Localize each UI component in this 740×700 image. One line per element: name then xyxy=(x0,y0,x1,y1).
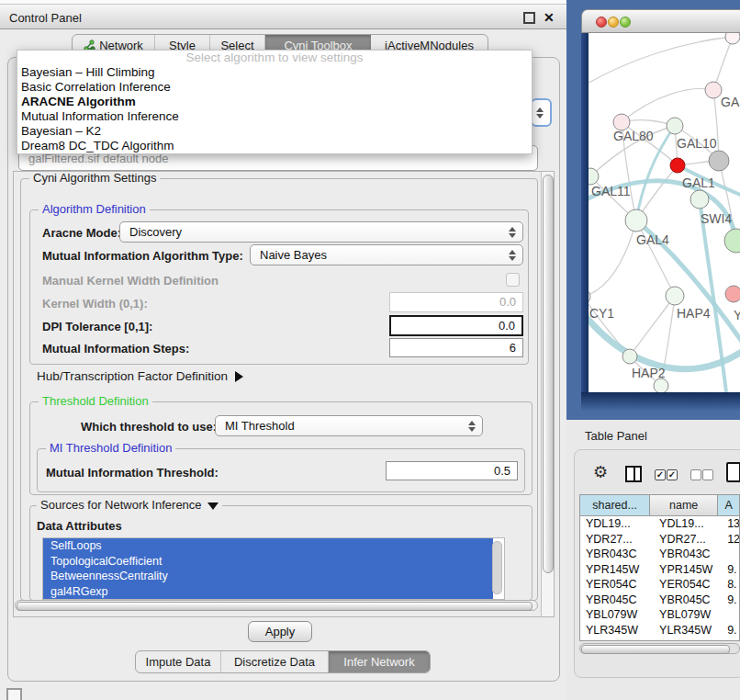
network-node[interactable] xyxy=(725,286,740,302)
network-node[interactable] xyxy=(705,82,722,98)
which-threshold-value: MI Threshold xyxy=(225,419,295,433)
network-node[interactable] xyxy=(589,289,590,304)
deselect-all-checkbox-icon[interactable] xyxy=(702,469,713,480)
float-grip-icon[interactable] xyxy=(6,688,22,700)
algorithm-option-selected[interactable]: ARACNE Algorithm xyxy=(17,95,532,109)
control-panel: Control Panel ✕ Network Style Select Cyn… xyxy=(0,0,566,700)
network-view[interactable]: GAL GAL80 GAL10 GAL1 GAL11 SWI4 GAL4 GCY… xyxy=(589,33,740,392)
window-zoom-button[interactable] xyxy=(620,17,631,28)
table-panel-title: Table Panel xyxy=(585,429,647,443)
threshold-definition-title: Threshold Definition xyxy=(39,395,152,408)
table-row[interactable]: YDL19...YDL19...13 xyxy=(580,516,739,532)
sources-group-title[interactable]: Sources for Network Inference xyxy=(37,499,222,512)
close-icon[interactable]: ✕ xyxy=(544,11,555,24)
table-row[interactable]: YPR145WYPR145W9. xyxy=(580,562,739,578)
attribute-item[interactable]: BetweennessCentrality xyxy=(43,569,493,584)
node-label: GAL10 xyxy=(677,136,717,151)
combo-stepper-icon[interactable] xyxy=(468,420,476,433)
which-threshold-label: Which threshold to use: xyxy=(81,420,217,434)
document-icon[interactable] xyxy=(726,462,740,482)
kernel-width-label: Kernel Width (0,1): xyxy=(42,297,148,310)
attribute-item[interactable]: gal4RGexp xyxy=(43,584,493,600)
attribute-item[interactable]: TopologicalCoefficient xyxy=(43,554,493,570)
algorithm-option[interactable]: Basic Correlation Inference xyxy=(17,80,532,95)
table-row-clipped[interactable]: YIL052CYIL052C9 xyxy=(580,638,739,641)
bottom-tabbar: Impute Data Discretize Data Infer Networ… xyxy=(135,650,431,673)
settings-scrollbar-thumb[interactable] xyxy=(543,175,554,573)
network-node[interactable] xyxy=(625,209,647,231)
column-header-name[interactable]: name xyxy=(650,495,718,515)
network-node[interactable] xyxy=(709,151,729,171)
tab-impute-data[interactable]: Impute Data xyxy=(136,651,221,672)
network-node-selected[interactable] xyxy=(670,158,685,173)
mi-algorithm-type-label: Mutual Information Algorithm Type: xyxy=(42,249,243,263)
kernel-width-field[interactable]: 0.0 xyxy=(389,292,523,312)
mi-steps-label: Mutual Information Steps: xyxy=(42,342,189,356)
attributes-scrollbar-thumb[interactable] xyxy=(492,541,502,594)
network-node[interactable] xyxy=(666,287,684,305)
combo-stepper-icon[interactable] xyxy=(536,107,544,119)
window-close-button[interactable] xyxy=(596,17,607,28)
settings-hscrollbar-thumb[interactable] xyxy=(17,602,533,611)
mi-threshold-field[interactable]: 0.5 xyxy=(386,461,518,480)
table-row[interactable]: YBR043CYBR043C xyxy=(580,547,739,562)
algorithm-option[interactable]: Mutual Information Inference xyxy=(17,109,532,124)
network-node[interactable] xyxy=(654,378,668,392)
table-row[interactable]: YDR27...YDR27...12 xyxy=(580,532,739,548)
mi-algorithm-type-combo[interactable]: Naive Bayes xyxy=(250,244,523,265)
attribute-item[interactable]: SelfLoops xyxy=(43,538,493,554)
select-all-checkbox-icon[interactable]: ✓ xyxy=(655,469,666,480)
popup-placeholder: Select algorithm to view settings xyxy=(17,51,532,65)
combo-stepper-icon[interactable] xyxy=(509,226,516,239)
manual-kernel-width-label: Manual Kernel Width Definition xyxy=(42,274,219,288)
control-panel-titlebar[interactable]: Control Panel ✕ xyxy=(0,4,566,29)
algorithm-dropdown-popup: Select algorithm to view settings Bayesi… xyxy=(17,50,533,154)
tab-label: Discretize Data xyxy=(234,655,315,669)
gear-icon[interactable]: ⚙ xyxy=(593,464,608,480)
data-attributes-label: Data Attributes xyxy=(37,519,122,533)
column-header-clipped[interactable]: A xyxy=(718,495,739,515)
select-all-checkbox-icon[interactable]: ✓ xyxy=(667,469,678,480)
mi-algorithm-type-value: Naive Bayes xyxy=(260,248,327,262)
which-threshold-combo[interactable]: MI Threshold xyxy=(215,415,483,436)
table-hscrollbar-thumb[interactable] xyxy=(581,645,730,654)
node-label: SWI4 xyxy=(701,211,732,226)
combo-stepper-icon[interactable] xyxy=(509,249,516,262)
manual-kernel-width-checkbox[interactable] xyxy=(506,273,520,287)
network-node[interactable] xyxy=(724,229,740,253)
aracne-mode-label: Aracne Mode: xyxy=(42,226,121,240)
tab-discretize-data[interactable]: Discretize Data xyxy=(221,651,329,672)
expand-arrow-icon[interactable] xyxy=(235,371,243,382)
tab-infer-network[interactable]: Infer Network xyxy=(329,651,430,672)
network-node[interactable] xyxy=(690,190,709,209)
network-node[interactable] xyxy=(622,349,637,364)
float-panel-icon[interactable] xyxy=(523,12,535,24)
network-node[interactable] xyxy=(725,33,740,44)
hub-definition-expander[interactable]: Hub/Transcription Factor Definition xyxy=(37,367,243,382)
network-node[interactable] xyxy=(667,118,683,134)
algorithm-option[interactable]: Bayesian – K2 xyxy=(17,124,532,139)
column-header-shared-name[interactable]: shared... xyxy=(580,495,650,515)
mi-steps-field[interactable]: 6 xyxy=(389,338,523,357)
node-label: HAP4 xyxy=(677,306,711,321)
collapse-arrow-icon[interactable] xyxy=(207,502,219,510)
window-minimize-button[interactable] xyxy=(608,17,619,28)
apply-button[interactable]: Apply xyxy=(248,621,312,642)
app-root: Control Panel ✕ Network Style Select Cyn… xyxy=(0,0,740,700)
table-panel: Table Panel ⚙ ✓ ✓ shared... name A YDL19… xyxy=(566,420,740,700)
deselect-all-checkbox-icon[interactable] xyxy=(690,469,701,480)
node-label: GAL80 xyxy=(613,129,654,143)
algorithm-option[interactable]: Bayesian – Hill Climbing xyxy=(17,65,532,80)
data-attributes-list[interactable]: SelfLoops TopologicalCoefficient Between… xyxy=(42,537,505,600)
aracne-mode-combo[interactable]: Discovery xyxy=(119,221,523,243)
table-row[interactable]: YBR045CYBR045C9. xyxy=(580,593,739,608)
algorithm-combo-fragment[interactable] xyxy=(531,98,552,127)
algorithm-option[interactable]: Dream8 DC_TDC Algorithm xyxy=(17,139,532,153)
table-row[interactable]: YBL079WYBL079W xyxy=(580,607,739,623)
dpi-tolerance-field[interactable]: 0.0 xyxy=(389,315,523,336)
split-columns-icon[interactable] xyxy=(625,466,642,482)
network-window-shadow xyxy=(581,392,740,412)
table-row[interactable]: YLR345WYLR345W9. xyxy=(580,623,739,638)
table-row[interactable]: YER054CYER054C8. xyxy=(580,577,739,593)
network-window-titlebar[interactable] xyxy=(581,9,740,33)
